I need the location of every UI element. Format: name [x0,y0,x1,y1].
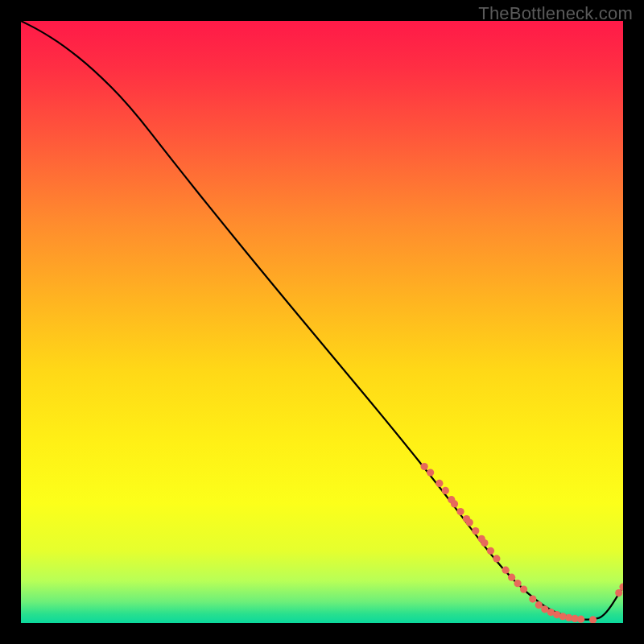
data-point [466,518,473,526]
data-point [529,595,536,602]
plot-area [21,21,623,623]
data-point [493,555,500,562]
chart-overlay [21,21,623,623]
data-point [427,469,434,476]
data-point [472,527,479,535]
data-point [520,586,527,593]
data-point [481,539,488,547]
data-point [456,508,464,515]
data-point [487,547,494,555]
bottleneck-curve [21,21,623,620]
data-point [535,601,543,609]
data-point [514,580,522,587]
highlighted-points [421,463,623,623]
data-point [442,487,449,494]
data-point [436,480,443,487]
data-point [451,500,458,507]
data-point [577,616,584,623]
chart-stage: TheBottleneck.com [0,0,644,644]
data-point [508,574,515,581]
data-point [421,463,428,470]
data-point [589,616,597,623]
data-point [502,567,510,574]
data-point [615,589,622,597]
